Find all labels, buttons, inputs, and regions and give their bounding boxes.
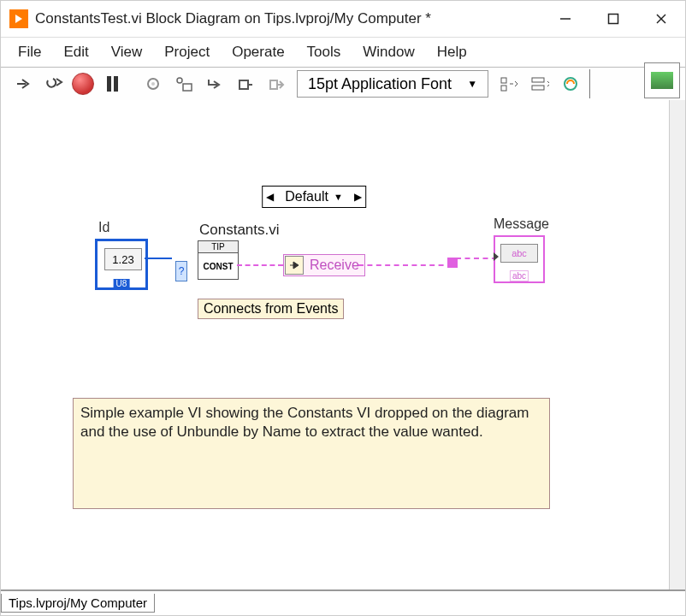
vertical-scrollbar[interactable] (669, 100, 685, 589)
svg-point-5 (151, 82, 155, 86)
case-next-icon[interactable]: ▶ (352, 191, 365, 203)
message-input-icon (494, 252, 499, 261)
vi-icon[interactable] (644, 62, 680, 98)
minimize-button[interactable] (541, 1, 589, 37)
window-title: ConstantsTest.vi Block Diagram on Tips.l… (35, 10, 541, 27)
constants-const: CONST (198, 253, 238, 279)
menu-project[interactable]: Project (154, 40, 220, 64)
message-glyph: abc (500, 244, 538, 263)
constants-tip: TIP (198, 241, 238, 253)
svg-point-6 (177, 78, 182, 83)
app-window: ConstantsTest.vi Block Diagram on Tips.l… (0, 0, 686, 616)
menu-file[interactable]: File (8, 40, 51, 64)
svg-rect-12 (532, 78, 544, 82)
menu-operate[interactable]: Operate (222, 40, 294, 64)
status-bar: Tips.lvproj/My Computer (1, 589, 685, 615)
menu-edit[interactable]: Edit (53, 40, 98, 64)
id-type-label: U8 (114, 279, 130, 288)
retain-wire-values-button[interactable] (171, 71, 197, 97)
id-label: Id (98, 220, 148, 235)
description-comment[interactable]: Simple example VI showing the Constants … (73, 398, 550, 509)
menu-window[interactable]: Window (352, 40, 424, 64)
distribute-objects-button[interactable] (527, 71, 553, 97)
run-continuous-button[interactable] (41, 71, 67, 97)
case-name: Default (285, 189, 328, 204)
menu-view[interactable]: View (101, 40, 153, 64)
font-label: 15pt Application Font (308, 75, 452, 93)
message-indicator[interactable]: Message abc abc (494, 216, 549, 283)
pause-button[interactable] (99, 71, 125, 97)
chevron-down-icon: ▼ (467, 78, 477, 90)
id-control[interactable]: Id 1.23 U8 (95, 220, 148, 290)
step-over-button[interactable] (233, 71, 258, 97)
unbundle-by-name[interactable]: Receive (283, 254, 365, 276)
svg-rect-1 (609, 15, 618, 24)
case-selector-terminal[interactable]: ? (175, 261, 187, 281)
step-out-button[interactable] (263, 71, 289, 97)
svg-rect-9 (270, 80, 277, 89)
block-diagram-canvas[interactable]: Id 1.23 U8 ? ◀ Default▼ ▶ C (1, 100, 669, 589)
menu-bar: File Edit View Project Operate Tools Win… (1, 38, 685, 68)
title-bar: ConstantsTest.vi Block Diagram on Tips.l… (1, 1, 685, 38)
maximize-button[interactable] (589, 1, 637, 37)
connects-comment[interactable]: Connects from Events (198, 299, 344, 319)
highlight-exec-button[interactable] (140, 71, 166, 97)
unbundle-item-name: Receive (305, 258, 364, 273)
wire-id (145, 258, 174, 259)
toolbar: 15pt Application Font ▼ (1, 68, 685, 100)
font-selector[interactable]: 15pt Application Font ▼ (297, 70, 488, 98)
unbundle-arrow-icon (285, 256, 304, 275)
menu-help[interactable]: Help (427, 40, 477, 64)
wire-unbundle-out (358, 264, 452, 266)
svg-rect-7 (183, 84, 192, 91)
svg-rect-13 (532, 86, 544, 90)
case-prev-icon[interactable]: ◀ (263, 191, 276, 203)
case-selector[interactable]: ◀ Default▼ ▶ (262, 186, 366, 208)
status-path: Tips.lvproj/My Computer (1, 594, 155, 613)
constants-vi-node[interactable]: TIP CONST (198, 240, 239, 280)
wire-message (456, 258, 497, 259)
constants-vi-label: Constants.vi (199, 222, 280, 239)
close-button[interactable] (637, 1, 685, 37)
run-button[interactable] (10, 71, 36, 97)
svg-rect-8 (240, 80, 248, 89)
case-structure[interactable]: ? ◀ Default▼ ▶ Constants.vi TIP CONST (172, 184, 456, 379)
id-value: 1.23 (104, 248, 142, 270)
svg-rect-10 (501, 78, 506, 83)
reorder-button[interactable] (558, 71, 583, 97)
chevron-down-icon: ▼ (334, 192, 343, 202)
message-label: Message (494, 216, 549, 232)
wire-const-unbundle (237, 264, 283, 266)
message-type-label: abc (510, 270, 529, 281)
align-objects-button[interactable] (496, 71, 522, 97)
svg-rect-11 (501, 86, 506, 91)
app-icon (9, 9, 28, 28)
menu-tools[interactable]: Tools (297, 40, 352, 64)
step-into-button[interactable] (202, 71, 228, 97)
abort-button[interactable] (72, 73, 94, 95)
